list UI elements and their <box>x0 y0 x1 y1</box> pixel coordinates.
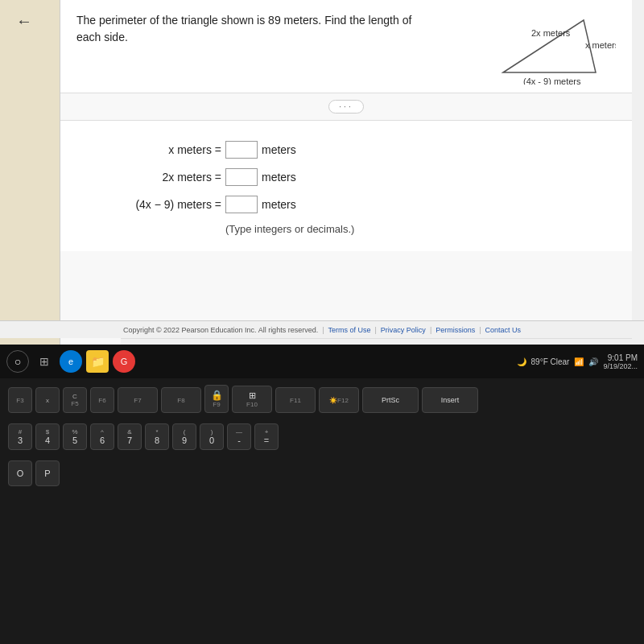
key-f12[interactable]: ☀️F12 <box>319 387 359 413</box>
eq-input-2[interactable] <box>225 168 258 186</box>
taskbar-windows-button[interactable]: ⊞ <box>33 350 56 373</box>
key-f8[interactable]: F8 <box>161 387 201 413</box>
side2-label: x meters <box>585 40 616 50</box>
permissions-link[interactable]: Permissions <box>436 326 475 334</box>
taskbar: ○ ⊞ e 📁 G 🌙 89°F Clear 📶 🔊 9:01 PM 9/19/… <box>0 345 644 378</box>
system-tray: 🌙 89°F Clear 📶 🔊 9:01 PM 9/19/202... <box>510 345 644 378</box>
terms-link[interactable]: Terms of Use <box>328 326 371 334</box>
date-text: 9/19/202... <box>603 362 638 370</box>
key-insert[interactable]: Insert <box>422 387 478 413</box>
taskbar-search-button[interactable]: ○ <box>6 350 29 373</box>
key-minus[interactable]: —- <box>227 423 251 450</box>
function-key-row: F3 x CF5 F6 F7 F8 🔒F9 ⊞F10 F11 ☀️F12 Prt… <box>0 378 644 413</box>
side1-label: 2x meters <box>531 28 571 38</box>
key-dollar4[interactable]: $4 <box>35 423 60 450</box>
question-text: The perimeter of the triangle shown is 8… <box>76 12 439 46</box>
contact-link[interactable]: Contact Us <box>485 326 522 334</box>
key-f6[interactable]: F6 <box>90 387 114 413</box>
question-area: The perimeter of the triangle shown is 8… <box>60 0 632 93</box>
key-f7[interactable]: F7 <box>118 387 158 413</box>
footer: Copyright © 2022 Pearson Education Inc. … <box>0 320 644 338</box>
time-text: 9:01 PM <box>608 353 638 362</box>
kb-num-row: #3 $4 %5 ^6 &7 *8 (9 )0 —- += <box>8 423 636 450</box>
divider: ··· <box>60 93 632 121</box>
weather-text: 89°F Clear <box>531 357 570 366</box>
number-key-row: #3 $4 %5 ^6 &7 *8 (9 )0 —- += <box>0 417 644 450</box>
key-star8[interactable]: *8 <box>145 423 169 450</box>
volume-icon: 🔊 <box>588 357 598 366</box>
eq-unit-1: meters <box>262 143 296 156</box>
privacy-link[interactable]: Privacy Policy <box>381 326 426 334</box>
key-lparen9[interactable]: (9 <box>172 423 196 450</box>
key-p[interactable]: P <box>35 460 60 486</box>
key-caret6[interactable]: ^6 <box>90 423 114 450</box>
network-icon: 📶 <box>574 357 584 366</box>
key-amp7[interactable]: &7 <box>118 423 142 450</box>
kb-letter-row: O P <box>8 460 636 486</box>
clock: 9:01 PM 9/19/202... <box>603 353 638 370</box>
kb-fn-row: F3 x CF5 F6 F7 F8 🔒F9 ⊞F10 F11 ☀️F12 Prt… <box>8 385 636 413</box>
answer-area: x meters = meters 2x meters = meters (4x… <box>60 121 632 251</box>
eq-label-1: x meters = <box>109 143 221 156</box>
letter-row: O P <box>0 454 644 486</box>
key-hash3[interactable]: #3 <box>8 423 32 450</box>
eq-unit-3: meters <box>262 198 296 211</box>
key-prtsc[interactable]: PrtSc <box>362 387 419 413</box>
taskbar-folder-icon[interactable]: 📁 <box>86 350 109 373</box>
key-rparen0[interactable]: )0 <box>200 423 224 450</box>
eq-unit-2: meters <box>262 171 296 184</box>
key-f10[interactable]: ⊞F10 <box>232 386 272 413</box>
triangle-svg: 2x meters x meters (4x - 9) meters <box>455 12 616 85</box>
key-o[interactable]: O <box>8 460 32 486</box>
eq-label-3: (4x − 9) meters = <box>109 198 221 211</box>
back-arrow-button[interactable]: ← <box>16 12 32 31</box>
taskbar-edge-icon[interactable]: e <box>60 350 82 373</box>
screen-area: ← ▲ ▼ The perimeter of the triangle show… <box>0 0 644 378</box>
key-percent5[interactable]: %5 <box>63 423 87 450</box>
hint-text: (Type integers or decimals.) <box>225 223 616 235</box>
key-plus[interactable]: += <box>254 423 279 450</box>
eq-label-2: 2x meters = <box>109 171 221 184</box>
eq-input-1[interactable] <box>225 141 258 159</box>
moon-icon: 🌙 <box>517 357 526 366</box>
key-x[interactable]: x <box>35 387 60 413</box>
keyboard-area: F3 x CF5 F6 F7 F8 🔒F9 ⊞F10 F11 ☀️F12 Prt… <box>0 378 644 610</box>
equation-row-3: (4x − 9) meters = meters <box>109 196 616 213</box>
key-c[interactable]: CF5 <box>63 387 87 413</box>
triangle-diagram: 2x meters x meters (4x - 9) meters <box>455 12 616 85</box>
key-lock[interactable]: 🔒F9 <box>204 385 229 413</box>
footer-copyright: Copyright © 2022 Pearson Education Inc. … <box>123 326 318 334</box>
key-f11[interactable]: F11 <box>275 387 316 413</box>
taskbar-chrome-icon[interactable]: G <box>113 350 135 373</box>
equation-row-1: x meters = meters <box>109 141 616 159</box>
equation-row-2: 2x meters = meters <box>109 168 616 186</box>
side3-label: (4x - 9) meters <box>523 76 581 85</box>
expand-dots-button[interactable]: ··· <box>328 100 363 114</box>
eq-input-3[interactable] <box>225 196 258 213</box>
key-f3[interactable]: F3 <box>8 387 32 413</box>
